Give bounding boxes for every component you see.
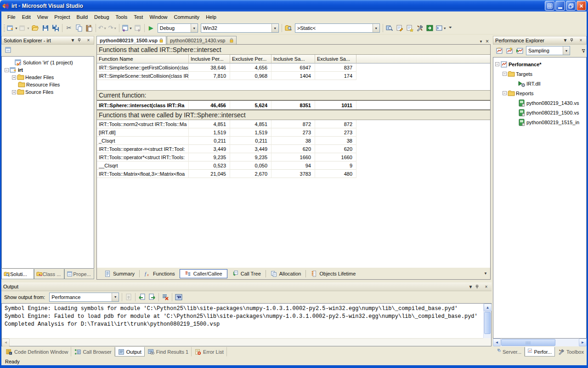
close-button[interactable]: × xyxy=(577,1,586,11)
scrollbar-thumb[interactable]: |||| xyxy=(501,339,555,346)
caller-row[interactable]: IRT::SimpleScene::getFirstCollision(clas… xyxy=(97,63,490,72)
close-document-icon[interactable]: × xyxy=(486,38,489,45)
callee-row[interactable]: _CIsqrt 0,211 0,211 38 38 xyxy=(97,137,490,145)
toolbar-overflow-button[interactable]: ▼▔ xyxy=(449,26,452,30)
tree-item-project[interactable]: − irt xyxy=(2,66,94,74)
layout-grid-button[interactable] xyxy=(545,1,554,11)
view-tab-summary[interactable]: Summary xyxy=(100,269,139,278)
tab-solution-explorer[interactable]: Soluti... xyxy=(1,269,34,279)
goto-message-button[interactable] xyxy=(124,292,134,302)
menu-edit[interactable]: Edit xyxy=(19,13,34,21)
tab-error-list[interactable]: Error List xyxy=(192,347,227,356)
navigate-backward-button[interactable]: ▼ xyxy=(121,23,133,33)
view-tab-functions[interactable]: fx Functions xyxy=(140,269,180,278)
current-function-row[interactable]: IRT::Sphere::intersect(class IRT::Ra 46,… xyxy=(97,100,490,110)
launch-with-profiling-button[interactable] xyxy=(514,46,525,56)
toolbar-grip[interactable] xyxy=(4,24,5,32)
tab-performance-explorer[interactable]: Perfor... xyxy=(525,347,555,356)
tree-item-header-files[interactable]: + Header Files xyxy=(2,74,94,81)
performance-explorer-horizontal-scrollbar[interactable]: ◄ |||| ► xyxy=(493,339,587,346)
undo-button[interactable]: ↶▼ xyxy=(97,23,107,33)
copy-button[interactable] xyxy=(74,23,84,33)
window-position-icon[interactable]: ▼ xyxy=(467,284,474,289)
add-item-button[interactable]: ▼ xyxy=(18,23,30,33)
tree-item-solution[interactable]: Solution 'irt' (1 project) xyxy=(2,59,94,66)
callee-row[interactable]: IRT::Tools::operator*<struct IRT::Tools:… xyxy=(97,153,490,161)
output-vertical-scrollbar[interactable]: ▲ xyxy=(483,304,491,338)
cut-button[interactable]: ✂ xyxy=(64,23,74,33)
launch-performance-wizard-button[interactable] xyxy=(494,46,504,56)
tree-item-source-files[interactable]: + Source Files xyxy=(2,88,94,96)
toolbox-button[interactable] xyxy=(415,23,425,33)
close-panel-icon[interactable]: × xyxy=(483,284,490,289)
expand-expander-icon[interactable]: + xyxy=(12,90,16,94)
combo-dropdown-button[interactable]: ▼ xyxy=(191,24,198,32)
command-window-button[interactable]: ▼ xyxy=(435,23,447,33)
tab-class-view[interactable]: Class ... xyxy=(34,269,65,279)
close-panel-icon[interactable]: × xyxy=(85,38,92,43)
solution-configurations-combobox[interactable]: Debug ▼ xyxy=(158,23,198,33)
callee-row[interactable]: IRT::Tools::Matrix<float,3>::Matrix<floa… xyxy=(97,170,490,178)
minimize-button[interactable] xyxy=(555,1,565,11)
tree-item-report[interactable]: python080219_1430.vs xyxy=(493,98,586,108)
tab-toolbox[interactable]: Toolbox xyxy=(555,347,587,356)
new-project-button[interactable]: ▼ xyxy=(6,23,18,33)
find-combobox[interactable]: >Static< ▼ xyxy=(295,23,380,33)
auto-hide-pin-icon[interactable] xyxy=(77,38,84,42)
collapse-expander-icon[interactable]: − xyxy=(5,68,9,72)
view-tab-allocation[interactable]: Allocation xyxy=(266,269,306,278)
collapse-expander-icon[interactable]: − xyxy=(503,72,507,76)
save-button[interactable] xyxy=(40,23,51,33)
callee-row[interactable]: IRT::Tools::operator-=<struct IRT::Tool:… xyxy=(97,145,490,153)
tree-item-reports[interactable]: − Reports xyxy=(493,88,586,98)
scroll-up-icon[interactable]: ▲ xyxy=(484,304,492,311)
close-panel-icon[interactable]: × xyxy=(577,38,584,43)
scroll-right-icon[interactable]: ► xyxy=(579,339,587,346)
menu-view[interactable]: View xyxy=(34,13,51,21)
start-debugging-button[interactable]: ▶ xyxy=(146,23,156,33)
paste-button[interactable] xyxy=(84,23,94,33)
solution-platforms-combobox[interactable]: Win32 ▼ xyxy=(201,23,279,33)
collapse-expander-icon[interactable]: − xyxy=(495,62,499,66)
object-browser-button[interactable] xyxy=(405,23,415,33)
auto-hide-pin-icon[interactable] xyxy=(570,38,577,42)
doc-tab-python080219_1430[interactable]: python080219_1430.vsp xyxy=(167,36,237,45)
column-header-exclusive-samples[interactable]: Exclusive Sa... xyxy=(315,55,356,63)
tree-item-report[interactable]: python080219_1515_in xyxy=(493,117,586,127)
toggle-word-wrap-button[interactable] xyxy=(174,292,184,302)
combo-dropdown-button[interactable]: ▼ xyxy=(112,293,119,301)
combo-dropdown-button[interactable]: ▼ xyxy=(563,46,570,55)
expand-expander-icon[interactable]: + xyxy=(12,75,16,80)
document-list-dropdown-icon[interactable]: ▼ xyxy=(479,40,483,44)
doc-tab-python080219_1500[interactable]: python080219_1500.vsp xyxy=(96,36,166,45)
tree-item-performance-session[interactable]: − Performance* xyxy=(493,59,586,69)
clear-all-button[interactable] xyxy=(160,292,170,302)
window-position-icon[interactable]: ▼ xyxy=(562,38,569,43)
scroll-left-icon[interactable]: ◄ xyxy=(493,339,501,346)
properties-window-button[interactable] xyxy=(395,23,405,33)
tab-call-browser[interactable]: Call Browser xyxy=(71,347,114,356)
column-header-exclusive-percent[interactable]: Exclusive Per... xyxy=(230,55,271,63)
toolbar-overflow-button[interactable]: ▸▸▼ xyxy=(582,48,585,53)
properties-button[interactable] xyxy=(3,45,13,55)
menu-debug[interactable]: Debug xyxy=(91,13,112,21)
callee-row[interactable]: IRT::Tools::norm2<struct IRT::Tools::Ma … xyxy=(97,120,490,128)
column-header-inclusive-samples[interactable]: Inclusive Sa... xyxy=(271,55,315,63)
tab-output[interactable]: Output xyxy=(115,347,145,356)
menu-file[interactable]: File xyxy=(4,13,19,21)
view-tab-caller-callee[interactable]: Caller/Callee xyxy=(180,269,227,278)
profiling-mode-combobox[interactable]: Sampling ▼ xyxy=(526,46,570,55)
combo-dropdown-button[interactable]: ▼ xyxy=(373,24,379,32)
menu-build[interactable]: Build xyxy=(74,13,91,21)
tree-item-resource-files[interactable]: Resource Files xyxy=(2,81,94,88)
menu-help[interactable]: Help xyxy=(203,13,220,21)
column-header-inclusive-percent[interactable]: Inclusive Per... xyxy=(189,55,230,63)
tree-item-targets[interactable]: − Targets xyxy=(493,69,586,79)
auto-hide-pin-icon[interactable] xyxy=(475,285,482,289)
restore-button[interactable] xyxy=(566,1,576,11)
redo-button[interactable]: ↷▼ xyxy=(107,23,118,33)
tab-properties[interactable]: Prope... xyxy=(64,269,94,279)
scroll-left-icon[interactable]: ◄ xyxy=(2,339,10,346)
menu-community[interactable]: Community xyxy=(171,13,203,21)
output-source-combobox[interactable]: Performance ▼ xyxy=(49,293,119,302)
